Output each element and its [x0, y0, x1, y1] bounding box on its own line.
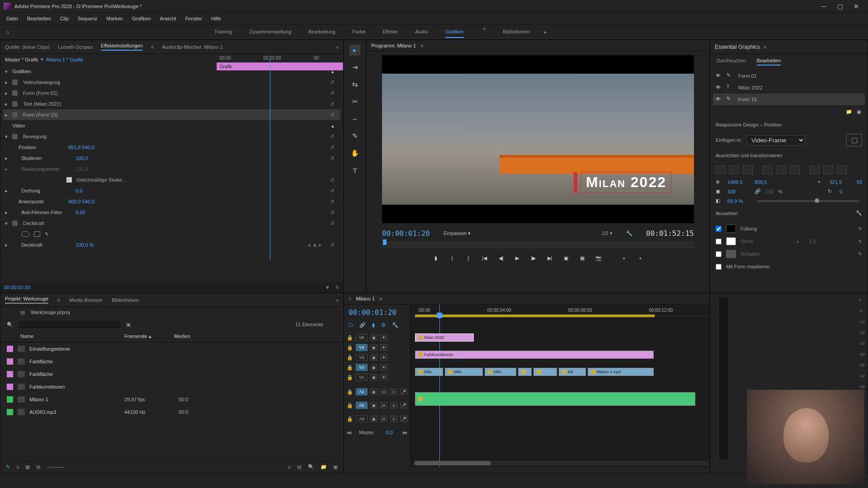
- col-name[interactable]: Name: [7, 333, 124, 339]
- tab-project[interactable]: Projekt: Werkzeuge: [5, 296, 48, 304]
- shape-handle[interactable]: [574, 172, 577, 193]
- lock-icon[interactable]: 🔒: [347, 389, 353, 395]
- project-item[interactable]: AUDIO.mp344100 Hz00:0: [7, 406, 337, 418]
- ws-bearbeitung[interactable]: Bearbeitung: [308, 26, 335, 38]
- menu-grafiken[interactable]: Grafiken: [127, 14, 156, 23]
- picker-icon[interactable]: ✎: [858, 239, 862, 244]
- distribute-3-button[interactable]: [837, 165, 847, 174]
- program-current-tc[interactable]: 00:00:01:20: [382, 229, 430, 238]
- fx-icon[interactable]: [12, 221, 18, 226]
- loop-icon[interactable]: ↻: [335, 285, 340, 291]
- eye-icon[interactable]: 👁: [716, 84, 722, 91]
- ws-grafiken[interactable]: Grafiken: [445, 26, 464, 38]
- project-item[interactable]: Farbfläche: [7, 355, 337, 368]
- effect-mini-timeline[interactable]: :00:00 00:02:00 00: Grafik: [217, 56, 343, 70]
- filter-icon[interactable]: ▼: [325, 285, 330, 290]
- fill-checkbox[interactable]: [716, 226, 722, 232]
- bin-icon[interactable]: ▣: [126, 322, 131, 328]
- reset-icon[interactable]: ↺: [330, 101, 334, 107]
- new-layer-icon[interactable]: 📁: [846, 109, 852, 115]
- reset-icon[interactable]: ↺: [330, 188, 334, 194]
- mask-rect-icon[interactable]: [34, 231, 40, 237]
- ws-audio[interactable]: Audio: [415, 26, 428, 38]
- shadow-swatch[interactable]: [726, 250, 736, 258]
- reset-icon[interactable]: ↺: [330, 221, 334, 226]
- new-bin-icon[interactable]: 📁: [321, 464, 327, 470]
- go-to-in-button[interactable]: |◀: [481, 254, 489, 262]
- fill-swatch[interactable]: [726, 225, 736, 233]
- toggle-output[interactable]: ▣: [370, 416, 377, 422]
- add-stroke-icon[interactable]: ＋: [795, 238, 800, 245]
- prop-vektorbewegung[interactable]: Vektorbewegung: [23, 80, 60, 85]
- program-viewer[interactable]: Milan 2022: [382, 55, 694, 223]
- ws-zusammenstellung[interactable]: Zusammenstellung: [249, 26, 291, 38]
- wrench-icon[interactable]: 🔧: [626, 230, 632, 236]
- prop-text[interactable]: Text (Milan 2022): [23, 101, 61, 107]
- pin-select[interactable]: Video-Frame: [746, 135, 805, 145]
- sequence-clip-label[interactable]: Milano 1 * Grafik: [46, 57, 83, 62]
- clip-v1[interactable]: Mila: [415, 368, 443, 376]
- menu-hilfe[interactable]: Hilfe: [207, 14, 226, 23]
- tab-menu-icon[interactable]: ≡: [151, 44, 154, 50]
- reset-icon[interactable]: ↺: [330, 90, 334, 96]
- track-v4[interactable]: V4: [356, 344, 368, 351]
- layer-row[interactable]: 👁 ✎ Form 15: [713, 94, 865, 105]
- sequence-name[interactable]: Milano 1: [356, 296, 375, 301]
- fx-icon[interactable]: [12, 101, 18, 107]
- wrench-icon[interactable]: 🔧: [856, 210, 862, 216]
- project-item[interactable]: Farbkorrekturen: [7, 380, 337, 393]
- distribute-v-button[interactable]: [823, 165, 833, 174]
- toggle-eye[interactable]: 👁: [380, 354, 387, 361]
- solo-button[interactable]: S: [390, 416, 397, 422]
- ws-bibliotheken[interactable]: Bibliotheken: [503, 26, 530, 38]
- picker-icon[interactable]: ✎: [858, 226, 862, 232]
- section-grafiken[interactable]: Grafiken: [12, 69, 31, 74]
- tab-overflow-icon[interactable]: »: [336, 44, 339, 50]
- step-forward-button[interactable]: |▶: [529, 254, 538, 262]
- clip-v1[interactable]: Mil: [559, 368, 586, 376]
- prop-deckkraft[interactable]: Deckkraft: [23, 221, 44, 226]
- lock-icon[interactable]: 🔒: [347, 375, 353, 380]
- menu-marken[interactable]: Marken: [102, 14, 127, 23]
- play-button[interactable]: ▶: [513, 254, 521, 262]
- scrubber-playhead[interactable]: [383, 239, 387, 245]
- menu-clip[interactable]: Clip: [56, 14, 73, 23]
- timeline-tc[interactable]: 00:00:01:20: [344, 305, 410, 320]
- distribute-h-button[interactable]: [810, 165, 820, 174]
- button-editor-icon[interactable]: ＋: [636, 254, 644, 262]
- razor-tool[interactable]: ✂: [349, 96, 360, 107]
- program-menu-icon[interactable]: ≡: [420, 43, 423, 48]
- lock-icon[interactable]: 🔒: [347, 355, 353, 361]
- reset-icon[interactable]: ↺: [330, 210, 334, 216]
- prop-form15[interactable]: Form (Form 15): [23, 112, 58, 117]
- fx-icon[interactable]: [12, 134, 18, 139]
- freeform-view-icon[interactable]: ⊞: [36, 464, 40, 470]
- reset-icon[interactable]: ↺: [330, 112, 334, 118]
- voice-icon[interactable]: 🎤: [400, 402, 407, 408]
- toggle-eye[interactable]: 👁: [380, 334, 387, 341]
- anchor-x-value[interactable]: 321,5: [830, 179, 852, 185]
- mini-playhead[interactable]: [270, 56, 270, 260]
- collapse-icon[interactable]: ⏮: [347, 430, 352, 435]
- pen-tool[interactable]: ✎: [349, 131, 360, 141]
- egfx-tab-edit[interactable]: Bearbeiten: [757, 58, 781, 66]
- snap-icon[interactable]: ⬡: [349, 322, 353, 328]
- menu-fenster[interactable]: Fenster: [181, 14, 207, 23]
- clip-v5[interactable]: Milan 2022: [415, 333, 474, 342]
- solo-button[interactable]: S: [390, 402, 397, 408]
- maximize-button[interactable]: ▢: [832, 2, 848, 11]
- voice-icon[interactable]: 🎤: [400, 416, 407, 422]
- group-layer-icon[interactable]: ▣: [857, 109, 861, 115]
- mask-pen-icon[interactable]: ✎: [45, 231, 49, 237]
- ws-effekte[interactable]: Effekte: [382, 26, 398, 38]
- mask-checkbox[interactable]: [716, 264, 722, 270]
- reset-icon[interactable]: ↺: [330, 177, 334, 183]
- opacity-slider[interactable]: [757, 200, 859, 202]
- fx-icon[interactable]: [12, 80, 18, 85]
- new-item-icon[interactable]: ▣: [333, 464, 338, 470]
- project-item[interactable]: Milano 129,97 fps00:0: [7, 393, 337, 406]
- align-right-button[interactable]: [743, 165, 753, 174]
- toggle-eye[interactable]: 👁: [380, 344, 387, 351]
- toggle-output[interactable]: ▣: [370, 402, 377, 408]
- align-left-button[interactable]: [716, 165, 726, 174]
